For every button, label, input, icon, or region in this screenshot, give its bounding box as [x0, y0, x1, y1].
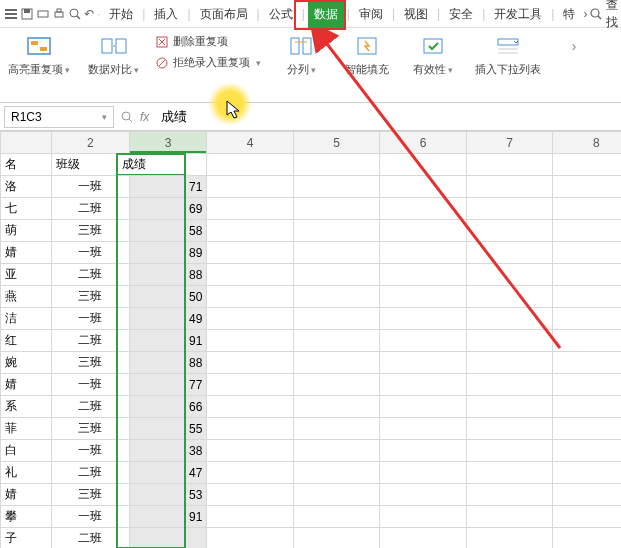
cell[interactable] — [207, 396, 294, 418]
data-header-row[interactable]: 名班级 — [1, 154, 622, 176]
cell[interactable] — [293, 154, 380, 176]
cell[interactable]: 三班 — [52, 286, 130, 308]
ribbon-reject-duplicate-input[interactable]: 拒绝录入重复项▾ — [155, 55, 261, 70]
table-row[interactable]: 攀一班91 — [1, 506, 622, 528]
cell[interactable] — [466, 154, 553, 176]
cell[interactable] — [466, 220, 553, 242]
cell[interactable]: 二班 — [52, 528, 130, 549]
cell[interactable] — [207, 528, 294, 549]
cell[interactable] — [466, 308, 553, 330]
table-row[interactable]: 礼二班47 — [1, 462, 622, 484]
ribbon-validation[interactable]: 有效性▾ — [403, 32, 463, 102]
cell[interactable] — [466, 286, 553, 308]
table-row[interactable]: 菲三班55 — [1, 418, 622, 440]
cell[interactable]: 二班 — [52, 330, 130, 352]
ribbon-highlight-duplicates[interactable]: 高亮重复项▾ — [2, 32, 76, 102]
cell[interactable] — [380, 330, 467, 352]
cell[interactable] — [553, 418, 621, 440]
cell[interactable] — [293, 198, 380, 220]
cell[interactable]: 50 — [129, 286, 207, 308]
table-row[interactable]: 七二班69 — [1, 198, 622, 220]
table-row[interactable]: 洛一班71 — [1, 176, 622, 198]
tab-overflow-icon[interactable]: › — [583, 4, 587, 24]
cell[interactable]: 燕 — [1, 286, 52, 308]
cell[interactable]: 88 — [129, 264, 207, 286]
cell[interactable] — [293, 528, 380, 549]
cell[interactable] — [293, 396, 380, 418]
cell[interactable] — [553, 330, 621, 352]
table-row[interactable]: 白一班38 — [1, 440, 622, 462]
cell[interactable]: 71 — [129, 176, 207, 198]
cell[interactable]: 二班 — [52, 264, 130, 286]
table-row[interactable]: 萌三班58 — [1, 220, 622, 242]
cell[interactable] — [293, 286, 380, 308]
cell[interactable] — [466, 198, 553, 220]
cell[interactable]: 班级 — [52, 154, 130, 176]
col-header-6[interactable]: 6 — [380, 132, 467, 154]
cell[interactable] — [466, 176, 553, 198]
cell[interactable] — [466, 440, 553, 462]
cell[interactable]: 一班 — [52, 176, 130, 198]
cell[interactable] — [293, 506, 380, 528]
cell[interactable]: 53 — [129, 484, 207, 506]
cell[interactable] — [293, 308, 380, 330]
cell[interactable] — [207, 220, 294, 242]
cell[interactable] — [466, 242, 553, 264]
cell[interactable]: 亚 — [1, 264, 52, 286]
col-header-4[interactable]: 4 — [207, 132, 294, 154]
cell[interactable] — [129, 154, 207, 176]
cell[interactable] — [207, 440, 294, 462]
tab-security[interactable]: 安全 — [443, 0, 479, 28]
col-header-2[interactable]: 2 — [52, 132, 130, 154]
cell[interactable] — [380, 220, 467, 242]
cell[interactable]: 一班 — [52, 440, 130, 462]
cell[interactable] — [553, 176, 621, 198]
cell[interactable]: 攀 — [1, 506, 52, 528]
cell[interactable] — [380, 286, 467, 308]
cell[interactable]: 婧 — [1, 242, 52, 264]
table-row[interactable]: 系二班66 — [1, 396, 622, 418]
cell[interactable] — [553, 506, 621, 528]
cell[interactable]: 91 — [129, 330, 207, 352]
fx-icon[interactable]: fx — [140, 110, 149, 124]
table-row[interactable]: 燕三班50 — [1, 286, 622, 308]
table-row[interactable]: 子二班 — [1, 528, 622, 549]
cell[interactable]: 一班 — [52, 374, 130, 396]
cell[interactable] — [207, 264, 294, 286]
cell[interactable]: 38 — [129, 440, 207, 462]
cell[interactable]: 婧 — [1, 484, 52, 506]
cell[interactable]: 88 — [129, 352, 207, 374]
ribbon-flash-fill[interactable]: 智能填充 — [337, 32, 397, 102]
cell[interactable] — [553, 264, 621, 286]
formula-input[interactable] — [155, 106, 617, 128]
cell[interactable]: 婉 — [1, 352, 52, 374]
col-header-5[interactable]: 5 — [293, 132, 380, 154]
sheet-table[interactable]: 2 3 4 5 6 7 8 名班级洛一班71七二班69萌三班58婧一班89亚二班… — [0, 131, 621, 548]
col-header-7[interactable]: 7 — [466, 132, 553, 154]
cell[interactable]: 菲 — [1, 418, 52, 440]
save-icon[interactable] — [20, 4, 34, 24]
cell[interactable] — [553, 374, 621, 396]
cell[interactable] — [207, 352, 294, 374]
cell[interactable]: 红 — [1, 330, 52, 352]
column-header-row[interactable]: 2 3 4 5 6 7 8 — [1, 132, 622, 154]
cell[interactable]: 三班 — [52, 220, 130, 242]
tab-review[interactable]: 审阅 — [353, 0, 389, 28]
ribbon-delete-duplicates[interactable]: 删除重复项 — [155, 34, 261, 49]
cell[interactable] — [207, 506, 294, 528]
cell[interactable] — [466, 396, 553, 418]
cell[interactable] — [466, 264, 553, 286]
cell[interactable] — [380, 176, 467, 198]
cell[interactable] — [207, 286, 294, 308]
cell[interactable] — [380, 440, 467, 462]
cell[interactable] — [553, 484, 621, 506]
cell[interactable] — [466, 462, 553, 484]
table-row[interactable]: 洁一班49 — [1, 308, 622, 330]
col-header-1[interactable] — [1, 132, 52, 154]
ribbon-text-to-columns[interactable]: 分列▾ — [271, 32, 331, 102]
cell[interactable] — [293, 220, 380, 242]
cell[interactable] — [293, 242, 380, 264]
cell[interactable] — [207, 462, 294, 484]
cell[interactable] — [207, 330, 294, 352]
print-icon[interactable] — [52, 4, 66, 24]
